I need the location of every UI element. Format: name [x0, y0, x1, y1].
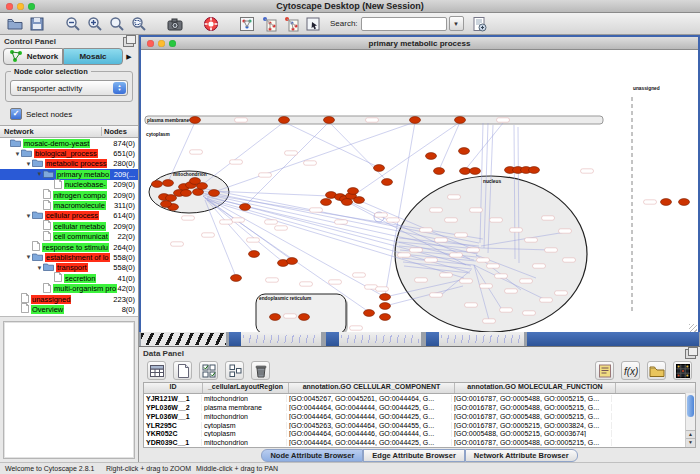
layout-red-icon[interactable] [282, 15, 300, 33]
tree-row-cell-communicat[interactable]: cell communicat22(0) [0, 232, 138, 242]
network-node[interactable] [380, 314, 391, 321]
network-node-label[interactable] [220, 220, 233, 224]
network-node[interactable] [470, 168, 481, 175]
network-node-label[interactable] [376, 287, 389, 291]
network-node-label[interactable] [520, 279, 533, 283]
network-edge[interactable] [198, 122, 284, 188]
table-cell[interactable]: mitochondrion [202, 439, 287, 446]
network-node[interactable] [152, 181, 163, 188]
network-canvas[interactable]: plasma membranecytoplasmmitochondrionnuc… [141, 50, 694, 333]
background-window-sliver[interactable] [426, 332, 439, 346]
tree-row-primary-metabo[interactable]: ▼primary metabo209(... [0, 169, 138, 179]
network-node-label[interactable] [275, 226, 288, 230]
network-node[interactable] [459, 148, 470, 155]
table-cell[interactable]: [GO:0016787, GO:0005215, GO:0003824, G..… [452, 422, 612, 429]
table-row[interactable]: YPL036W__1mitochondrion[GO:0044464, GO:0… [144, 412, 695, 421]
tree-row-nitrogen-compo[interactable]: nitrogen compo209(0) [0, 190, 138, 200]
network-node[interactable] [299, 314, 310, 321]
network-node[interactable] [374, 165, 385, 172]
delete-attribute-icon[interactable] [251, 361, 270, 380]
tree-row-response-to-stimulu[interactable]: response to stimulu264(0) [0, 242, 138, 252]
table-cell[interactable]: [GO:0016787, GO:0005488, GO:0005215, G..… [452, 439, 612, 446]
tree-row-macromolecule[interactable]: macromolecule311(0) [0, 200, 138, 210]
network-node-label[interactable] [483, 319, 496, 323]
network-node-label[interactable] [435, 238, 448, 242]
network-node-label[interactable] [430, 208, 443, 212]
table-row[interactable]: YPL036W__2plasma membrane[GO:0044464, GO… [144, 403, 695, 412]
network-node-label[interactable] [500, 308, 513, 312]
network-node[interactable] [410, 117, 421, 124]
network-node[interactable] [364, 310, 375, 317]
network-node-label[interactable] [425, 258, 438, 262]
network-node[interactable] [190, 178, 201, 185]
network-node-label[interactable] [335, 220, 348, 224]
network-node-label[interactable] [465, 303, 478, 307]
network-node-label[interactable] [495, 274, 508, 278]
table-cell[interactable]: [GO:0016787, GO:0005488, GO:0005215, G..… [452, 404, 612, 411]
network-node-label[interactable] [467, 248, 480, 252]
tree-expand-arrow-icon[interactable]: ▼ [25, 254, 32, 260]
network-node-label[interactable] [285, 151, 298, 155]
table-cell[interactable]: [GO:0044464, GO:0044444, GO:0044425, G..… [287, 404, 452, 411]
network-node[interactable] [163, 180, 174, 187]
tree-row-metabolic-process[interactable]: ▼metabolic process280(0) [0, 159, 138, 169]
network-node-label[interactable] [455, 233, 468, 237]
tab-edge-attribute-browser[interactable]: Edge Attribute Browser [363, 449, 464, 462]
open-session-icon[interactable] [6, 15, 24, 33]
network-node[interactable] [249, 251, 260, 258]
network-node-label[interactable] [235, 118, 248, 122]
network-node[interactable] [324, 117, 335, 124]
column-header-0[interactable]: ID [144, 383, 203, 393]
network-node-label[interactable] [555, 291, 568, 295]
scroll-down-icon[interactable]: ▼ [686, 438, 695, 447]
network-node[interactable] [231, 275, 242, 282]
network-node[interactable] [287, 258, 298, 265]
network-node[interactable] [342, 199, 353, 206]
network-node-label[interactable] [487, 264, 500, 268]
annotation-icon[interactable] [595, 361, 614, 380]
table-cell[interactable]: YLR295C [144, 422, 202, 429]
zoom-in-icon[interactable] [86, 15, 104, 33]
tree-header-network[interactable]: Network [0, 127, 101, 136]
network-node-label[interactable] [304, 161, 317, 165]
search-input[interactable] [361, 17, 447, 31]
tree-row-overview[interactable]: Overview8(0) [0, 304, 138, 314]
tree-row-nucleobase-[interactable]: nucleobase-209(0) [0, 180, 138, 190]
table-cell[interactable]: YPL036W__2 [144, 404, 202, 411]
table-scrollbar[interactable]: ▲ ▼ [685, 393, 695, 447]
network-edge[interactable] [207, 198, 385, 297]
network-node-label[interactable] [545, 248, 558, 252]
new-attribute-icon[interactable] [173, 361, 192, 380]
network-node[interactable] [382, 179, 393, 186]
tree-header-nodes[interactable]: Nodes [101, 127, 138, 136]
table-cell[interactable]: cytoplasm [202, 422, 287, 429]
table-cell[interactable]: [GO:0045263, GO:0044464, GO:0044455, G..… [287, 422, 452, 429]
table-cell[interactable]: [GO:0045267, GO:0045261, GO:0044464, G..… [287, 395, 452, 402]
network-node[interactable] [348, 188, 359, 195]
network-node[interactable] [279, 117, 290, 124]
zoom-out-icon[interactable] [64, 15, 82, 33]
zoom-fit-icon[interactable] [108, 15, 126, 33]
table-cell[interactable]: [GO:0044464, GO:0044444, GO:0044425, G..… [287, 439, 452, 446]
network-edge[interactable] [465, 123, 503, 170]
background-window-sliver[interactable] [339, 332, 421, 346]
tree-expand-arrow-icon[interactable]: ▼ [25, 213, 32, 219]
network-node-label[interactable] [559, 229, 572, 233]
network-node[interactable] [380, 303, 391, 310]
nucleus-region[interactable] [395, 176, 587, 332]
network-node-label[interactable] [477, 258, 490, 262]
network-node-label[interactable] [480, 284, 493, 288]
network-node-label[interactable] [420, 228, 433, 232]
background-window-sliver[interactable] [439, 332, 524, 346]
table-cell[interactable]: [GO:0016787, GO:0005488, GO:0005215, G..… [452, 413, 612, 420]
network-node-label[interactable] [440, 273, 453, 277]
column-header-1[interactable]: _cellularLayoutRegion [203, 383, 289, 393]
network-node-label[interactable] [247, 238, 260, 242]
float-panel-icon[interactable] [123, 37, 134, 47]
background-window-sliver[interactable] [229, 332, 241, 346]
network-node-label[interactable] [510, 228, 523, 232]
resize-grip-icon[interactable] [689, 324, 697, 332]
network-node[interactable] [270, 314, 281, 321]
network-node-label[interactable] [266, 278, 279, 282]
tree-expand-arrow-icon[interactable]: ▼ [25, 161, 32, 167]
